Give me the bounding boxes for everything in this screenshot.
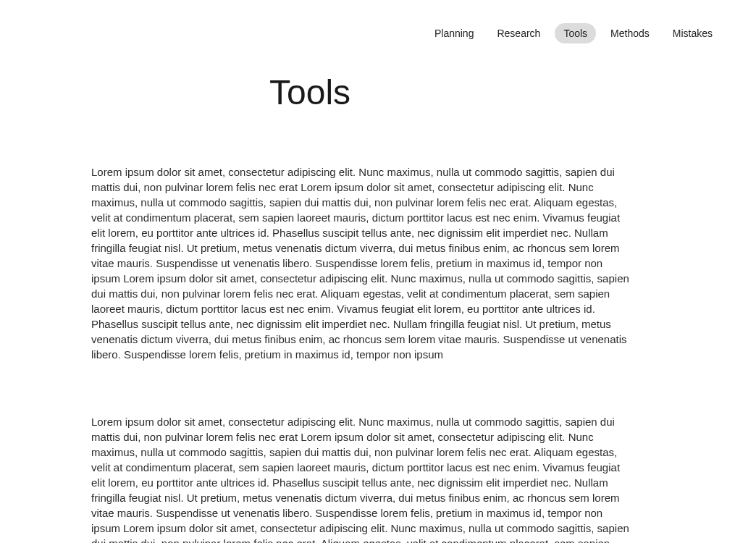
nav-item-mistakes[interactable]: Mistakes <box>664 23 721 43</box>
nav-item-methods[interactable]: Methods <box>602 23 658 43</box>
body-paragraph: Lorem ipsum dolor sit amet, consectetur … <box>91 164 630 362</box>
nav-item-research[interactable]: Research <box>488 23 549 43</box>
page-title: Tools <box>269 72 756 112</box>
top-nav: Planning Research Tools Methods Mistakes <box>0 0 756 43</box>
main-content: Lorem ipsum dolor sit amet, consectetur … <box>91 164 630 543</box>
body-paragraph: Lorem ipsum dolor sit amet, consectetur … <box>91 414 630 543</box>
nav-item-planning[interactable]: Planning <box>426 23 483 43</box>
nav-item-tools[interactable]: Tools <box>555 23 596 43</box>
